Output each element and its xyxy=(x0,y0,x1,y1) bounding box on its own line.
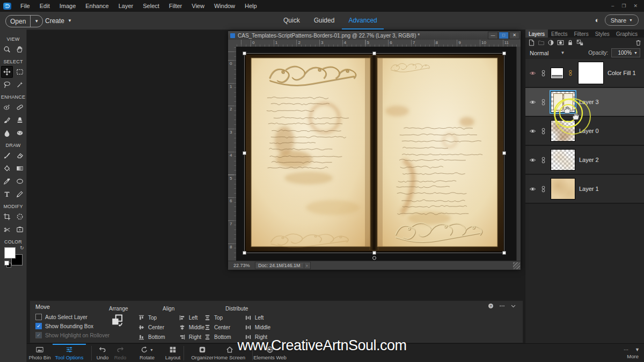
distribute-middle-button[interactable]: Middle xyxy=(245,324,270,330)
panel-tab-effects[interactable]: Effects xyxy=(548,29,570,38)
layer-visibility-icon[interactable] xyxy=(529,99,536,106)
tool-sponge[interactable] xyxy=(14,127,26,139)
tool-pencil[interactable] xyxy=(14,188,26,200)
tool-lasso[interactable] xyxy=(1,79,13,91)
align-right-button[interactable]: Right xyxy=(179,334,204,340)
tool-zoom[interactable] xyxy=(1,43,13,55)
tool-straighten[interactable] xyxy=(1,224,13,235)
tool-paint-bucket[interactable] xyxy=(1,162,13,174)
layer-visibility-icon[interactable] xyxy=(529,128,536,135)
layer-thumbnail[interactable] xyxy=(551,120,575,142)
layer-mask-thumbnail[interactable] xyxy=(578,62,604,84)
distribute-center-button[interactable]: Center xyxy=(204,324,231,330)
color-swatches[interactable]: ↻ xyxy=(4,247,23,267)
align-middle-button[interactable]: Middle xyxy=(179,324,204,330)
checkbox-show-bounding-box[interactable]: ✓Show Bounding Box xyxy=(35,323,109,329)
arrange-icon[interactable] xyxy=(111,314,125,328)
align-bottom-button[interactable]: Bottom xyxy=(138,334,165,340)
layer-row-layer-2[interactable]: Layer 2 xyxy=(525,146,644,175)
tool-cookie-cutter[interactable] xyxy=(14,211,26,223)
zoom-level[interactable]: 22.73% xyxy=(233,263,255,268)
layer-name[interactable]: Color Fill 1 xyxy=(608,70,636,76)
menu-file[interactable]: File xyxy=(16,3,35,9)
menu-layer[interactable]: Layer xyxy=(114,3,138,9)
layer-link-icon[interactable] xyxy=(540,157,547,164)
lock-transparent-icon[interactable] xyxy=(576,39,583,46)
align-center-button[interactable]: Center xyxy=(138,324,165,330)
tool-brush[interactable] xyxy=(1,150,13,161)
open-button[interactable]: Open▼ xyxy=(5,15,43,27)
panel-tab-layers[interactable]: Layers xyxy=(525,29,548,38)
distribute-left-button[interactable]: Left xyxy=(245,315,270,321)
tool-gradient[interactable] xyxy=(14,162,26,174)
layer-name[interactable]: Layer 3 xyxy=(579,99,599,105)
layer-row-layer-3[interactable]: Layer 3 xyxy=(525,88,644,117)
menu-window[interactable]: Window xyxy=(209,3,240,9)
align-top-button[interactable]: Top xyxy=(138,315,165,321)
panel-tab-styles[interactable]: Styles xyxy=(592,29,613,38)
lock-all-icon[interactable] xyxy=(567,39,574,46)
resize-grip[interactable] xyxy=(513,262,520,269)
tool-blur[interactable] xyxy=(1,127,13,139)
minimize-icon[interactable]: – xyxy=(611,3,614,9)
close-icon[interactable]: ✕ xyxy=(633,3,638,9)
checkbox-auto-select-layer[interactable]: Auto Select Layer xyxy=(35,314,109,320)
fill-layer-thumbnail[interactable] xyxy=(551,68,564,79)
foreground-color-swatch[interactable] xyxy=(4,247,16,258)
panel-tab-filters[interactable]: Filters xyxy=(570,29,591,38)
layer-mask-icon[interactable] xyxy=(557,39,564,46)
opacity-value[interactable]: 100%▼ xyxy=(611,48,640,57)
doc-minimize-icon[interactable]: — xyxy=(488,32,498,39)
share-button[interactable]: Share▼ xyxy=(605,14,639,26)
doc-size-field[interactable]: Doc: 24.1M/146.1M› xyxy=(255,262,311,269)
tool-spot-healing[interactable] xyxy=(14,101,26,113)
taskbar-tool-options[interactable]: Tool Options xyxy=(50,344,88,362)
tool-recompose[interactable] xyxy=(14,224,26,235)
tool-type[interactable] xyxy=(1,188,13,200)
panel-tab-graphics[interactable]: Graphics xyxy=(613,29,641,38)
tool-quick-selection[interactable] xyxy=(14,79,26,91)
new-layer-icon[interactable] xyxy=(528,39,535,46)
layer-visibility-icon[interactable] xyxy=(529,70,536,77)
menu-image[interactable]: Image xyxy=(55,3,81,9)
tool-eyedropper[interactable] xyxy=(1,175,13,187)
help-icon[interactable]: ? xyxy=(488,303,494,309)
layer-visibility-icon[interactable] xyxy=(529,186,536,193)
layer-name[interactable]: Layer 2 xyxy=(579,157,599,163)
doc-close-icon[interactable]: ✕ xyxy=(509,32,519,39)
layer-name[interactable]: Layer 1 xyxy=(579,186,599,192)
checkbox-show-highlight-on-rollover[interactable]: ✓Show Highlight on Rollover xyxy=(35,332,109,338)
tool-smart-brush[interactable] xyxy=(1,114,13,126)
delete-layer-icon[interactable] xyxy=(635,39,642,46)
tab-guided[interactable]: Guided xyxy=(311,12,338,29)
restore-icon[interactable]: ❐ xyxy=(621,3,626,9)
layer-link-icon[interactable] xyxy=(540,128,547,135)
distribute-top-button[interactable]: Top xyxy=(204,315,231,321)
tool-hand[interactable] xyxy=(14,43,26,55)
reset-colors-icon[interactable]: ↻ xyxy=(20,245,24,250)
layer-thumbnail[interactable] xyxy=(551,178,575,200)
theme-toggle-icon[interactable]: ◐ xyxy=(595,16,599,24)
layer-row-layer-0[interactable]: Layer 0 xyxy=(525,117,644,146)
taskbar-more[interactable]: ⋯▼More xyxy=(624,344,640,362)
layer-row-layer-1[interactable]: Layer 1 xyxy=(525,175,644,204)
layer-name[interactable]: Layer 0 xyxy=(579,128,599,134)
tool-shape[interactable] xyxy=(14,175,26,187)
menu-filter[interactable]: Filter xyxy=(164,3,187,9)
tool-eraser[interactable] xyxy=(14,150,26,161)
tool-crop[interactable] xyxy=(1,211,13,223)
tab-quick[interactable]: Quick xyxy=(280,12,303,29)
layer-link-icon[interactable] xyxy=(540,70,547,77)
document-titlebar[interactable]: CAS_Templates-ScriptPatterns-Borders-01.… xyxy=(228,31,521,40)
canvas[interactable] xyxy=(236,47,521,261)
default-colors-icon[interactable] xyxy=(4,261,9,265)
menu-help[interactable]: Help xyxy=(240,3,262,9)
app-logo-icon[interactable] xyxy=(3,3,11,10)
doc-maximize-icon[interactable]: □ xyxy=(499,32,509,39)
layer-link-icon[interactable] xyxy=(540,99,547,106)
align-left-button[interactable]: Left xyxy=(179,315,204,321)
layer-visibility-icon[interactable] xyxy=(529,157,536,164)
layer-row-color-fill-1[interactable]: Color Fill 1 xyxy=(525,59,644,88)
vertical-scrollbar[interactable] xyxy=(516,47,521,261)
menu-edit[interactable]: Edit xyxy=(35,3,55,9)
